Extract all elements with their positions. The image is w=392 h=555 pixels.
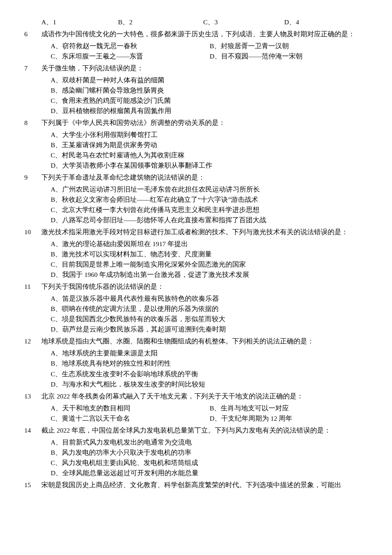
question-number: 12	[23, 336, 41, 346]
option-b: B、王某雇请保姆为期是供家务劳动	[51, 140, 369, 150]
option-b: B、感染幽门螺杆菌会导致急性肠胃炎	[51, 85, 369, 96]
option-row-4col: A、1 B、2 C、3 D、4	[41, 17, 369, 27]
option-c: C、村民老马在农忙时雇请他人为其收割庄稼	[51, 150, 369, 160]
option-row: C、黄道十二宫以天干命名 D、干支纪年周期为 12 周年	[51, 413, 369, 424]
option-b: B、唢呐在传统的定调方法里，是以使用的乐器为依据的	[51, 304, 369, 314]
option-c: C、生态系统发生改变时不会影响地球系统的平衡	[51, 369, 369, 379]
question-7: 7 关于微生物，下列说法错误的是： A、双歧杆菌是一种对人体有益的细菌 B、感染…	[23, 63, 369, 116]
question-6: 6 成语作为中国传统文化的一大特色，很多都来源于历史生活，下列成语、主要人物及时…	[23, 29, 369, 61]
option-b: B、风力发电的功率大小只取决于发电机的功率	[51, 447, 369, 458]
option-row: A、窃符救赵一魏无忌一春秋 B、封狼居胥一卫青一汉朝	[51, 41, 369, 51]
question-stem: 地球系统是指由大气圈、水圈、陆圈和生物圈组成的有机整体。下列相关的说法正确的是：	[41, 336, 369, 346]
question-number: 7	[23, 63, 41, 73]
question-number: 9	[23, 172, 41, 183]
option-d: D、豆科植物根部的根瘤菌具有固氮作用	[51, 106, 369, 116]
option-b: B、封狼居胥一卫青一汉朝	[210, 41, 369, 51]
option-a: A、双歧杆菌是一种对人体有益的细菌	[51, 75, 369, 85]
question-14: 14 截止 2022 年底，中国位居全球风力发电装机总量第丅立。下列与风力发电有…	[23, 425, 369, 478]
question-8: 8 下列属于《中华人民共和国劳动法》所调整的劳动关系的是： A、大学生小张利用假…	[23, 118, 369, 171]
option-a: A、激光的理论基础由爱因斯坦在 1917 年提出	[51, 239, 369, 249]
question-number: 8	[23, 118, 41, 128]
question-stem: 成语作为中国传统文化的一大特色，很多都来源于历史生活，下列成语、主要人物及时期对…	[41, 29, 369, 39]
option-c: C、目前我国是世界上唯一能制造实用化深紫外全固态激光的国家	[51, 259, 369, 270]
option-a: A、笛是汉族乐器中最具代表性最有民族特色的吹奏乐器	[51, 293, 369, 304]
option-a: A、窃符救赵一魏无忌一春秋	[51, 41, 210, 51]
question-9: 9 下列关于革命遗址及革命纪念建筑物的说法错误的是： A、广州农民运动讲习所旧址…	[23, 172, 369, 225]
option-d: D、与海水和大气相比，板块发生改变的时间比较短	[51, 379, 369, 389]
question-number: 14	[23, 425, 41, 436]
option-a: A、地球系统的主要能量来源是太阳	[51, 348, 369, 358]
question-13: 13 北京 2022 年冬残奥会闭幕式融入了天干地支元素，下列关于天干地支的说法…	[23, 391, 369, 424]
option-d: D、4	[284, 17, 369, 27]
option-c: C、风力发电机组主要由风轮、发电机和塔筒组成	[51, 458, 369, 468]
option-d: D、大学英语教师小李在某国领事馆兼职从事翻译工作	[51, 160, 369, 171]
question-number: 13	[23, 391, 41, 401]
option-b: B、激光技术可以实现材料加工、物态转变、尺度测量	[51, 249, 369, 259]
option-a: A、广州农民运动讲习所旧址一毛泽东曾在此担任农民运动讲习所所长	[51, 184, 369, 195]
option-b: B、2	[118, 17, 203, 27]
question-10: 10 激光技术指采用激光手段对特定目标进行加工或者检测的技术。下列与激光技术有关…	[23, 227, 369, 280]
question-11: 11 下列关于我国传统乐器的说法错误的是： A、笛是汉族乐器中最具代表性最有民族…	[23, 282, 369, 334]
option-c: C、北京大学红楼一李大钊曾在此传播马克思主义和民主科学进步思想	[51, 205, 369, 215]
question-5-options: A、1 B、2 C、3 D、4	[23, 17, 369, 27]
question-stem: 截止 2022 年底，中国位居全球风力发电装机总量第丅立。下列与风力发电有关的说…	[41, 425, 369, 436]
question-number: 6	[23, 29, 41, 39]
option-b: B、生肖与地支可以一对应	[210, 403, 369, 413]
option-c: C、食用未煮熟的鸡蛋可能感染沙门氏菌	[51, 96, 369, 106]
question-stem: 宋朝是我国历史上商品经济、文化教育、科学创新高度繁荣的时代。下列选项中描述的景象…	[41, 480, 369, 490]
option-row: C、东床坦腹一王羲之——东晋 D、目不窥园——范仲淹一宋朝	[51, 51, 369, 61]
option-d: D、全球风能总量远远超过可开发利用的水能总量	[51, 468, 369, 478]
option-c: C、黄道十二宫以天干命名	[51, 413, 210, 424]
question-stem: 北京 2022 年冬残奥会闭幕式融入了天干地支元素，下列关于天干地支的说法正确的…	[41, 391, 369, 401]
question-15: 15 宋朝是我国历史上商品经济、文化教育、科学创新高度繁荣的时代。下列选项中描述…	[23, 480, 369, 492]
option-row: A、天干和地支的数目相同 B、生肖与地支可以一对应	[51, 403, 369, 413]
option-b: B、秋收起义文家市会师旧址——红军在此确立了“十六字诀”游击战术	[51, 195, 369, 205]
question-number: 15	[23, 480, 41, 490]
question-stem: 下列关于革命遗址及革命纪念建筑物的说法错误的是：	[41, 172, 369, 183]
option-c: C、埙是我国西北少数民族特有的吹奏乐器，形似笙而较大	[51, 314, 369, 324]
option-d: D、目不窥园——范仲淹一宋朝	[210, 51, 369, 61]
option-a: A、天干和地支的数目相同	[51, 403, 210, 413]
option-c: C、3	[203, 17, 284, 27]
question-number: 11	[23, 282, 41, 292]
question-stem: 下列关于我国传统乐器的说法错误的是：	[41, 282, 369, 292]
option-a: A、1	[41, 17, 118, 27]
option-d: D、葫芦丝是云南少数民族乐器，其起源可追溯到先秦时期	[51, 324, 369, 334]
option-b: B、地球系统具有绝对的独立性和封闭性	[51, 358, 369, 369]
option-c: C、东床坦腹一王羲之——东晋	[51, 51, 210, 61]
question-number: 10	[23, 227, 41, 237]
option-a: A、大学生小张利用假期到餐馆打工	[51, 130, 369, 140]
question-stem: 下列属于《中华人民共和国劳动法》所调整的劳动关系的是：	[41, 118, 369, 128]
option-d: D、干支纪年周期为 12 周年	[210, 413, 369, 424]
question-12: 12 地球系统是指由大气圈、水圈、陆圈和生物圈组成的有机整体。下列相关的说法正确…	[23, 336, 369, 389]
question-stem: 关于微生物，下列说法错误的是：	[41, 63, 369, 73]
question-stem: 激光技术指采用激光手段对特定目标进行加工或者检测的技术。下列与激光技术有关的说法…	[41, 227, 369, 237]
option-d: D、我国于 1960 年成功制造出第一台激光器，促进了激光技术发展	[51, 270, 369, 280]
option-a: A、目前新式风力发电机发出的电通常为交流电	[51, 437, 369, 447]
option-d: D、八路军总司令部旧址——彭德怀等人在此直接布置和指挥了百团大战	[51, 215, 369, 225]
